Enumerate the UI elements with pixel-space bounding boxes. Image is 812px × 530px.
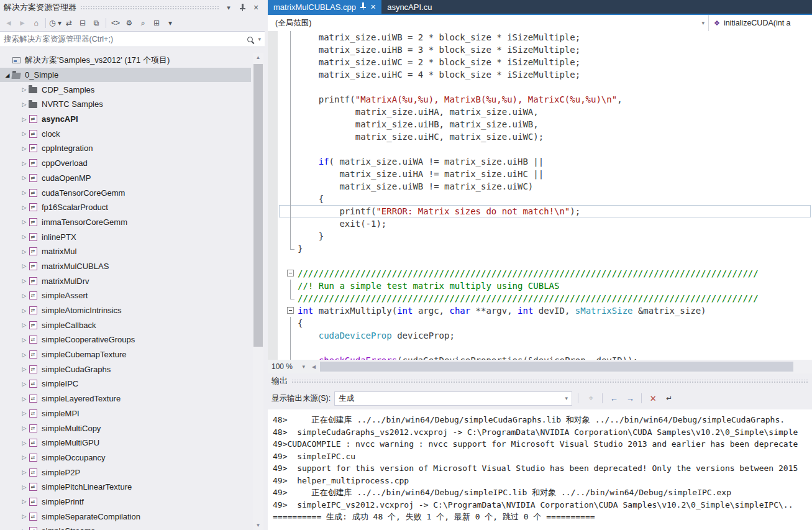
properties-pages-icon[interactable]: ⧉ (90, 17, 103, 29)
collapse-region-icon[interactable] (286, 304, 295, 317)
window-position-icon[interactable]: ▾ (224, 2, 234, 12)
back-icon[interactable]: ◄ (2, 17, 15, 29)
tree-item-simplecubemaptexture[interactable]: ▷⇄simpleCubemapTexture (0, 347, 251, 362)
collapse-all-icon[interactable]: ⊟ (76, 17, 89, 29)
expand-arrow-icon[interactable]: ▷ (21, 308, 28, 314)
tree-item-matrixmul[interactable]: ▷⇄matrixMul (0, 244, 251, 259)
tree-item-immatensorcoregemm[interactable]: ▷⇄immaTensorCoreGemm (0, 215, 251, 230)
tree-item-matrixmuldrv[interactable]: ▷⇄matrixMulDrv (0, 273, 251, 288)
zoom-control[interactable]: 100 % ▾ (268, 360, 309, 373)
expand-arrow-icon[interactable]: ▷ (21, 116, 28, 122)
tree-item-cppintegration[interactable]: ▷⇄cppIntegration (0, 141, 251, 156)
collapse-region-icon[interactable] (286, 267, 295, 280)
tree-item-simpleprintf[interactable]: ▷⇄simplePrintf (0, 495, 251, 509)
expand-arrow-icon[interactable]: ▷ (21, 160, 28, 167)
expand-arrow-icon[interactable]: ▷ (21, 204, 28, 211)
scroll-down-icon[interactable]: ▼ (253, 521, 263, 530)
hscroll-left-icon[interactable]: ◀ (309, 360, 319, 373)
tree-item-simplelayeredtexture[interactable]: ▷⇄simpleLayeredTexture (0, 391, 251, 406)
search-input[interactable]: 搜索解决方案资源管理器(Ctrl+;) ▾ (0, 31, 265, 47)
tree-item-simpleoccupancy[interactable]: ▷⇄simpleOccupancy (0, 450, 251, 465)
tab-asyncapi[interactable]: asyncAPI.cu (381, 0, 437, 14)
properties-wrench-icon[interactable]: ⚙ (123, 17, 135, 29)
tree-item-simplemultigpu[interactable]: ▷⇄simpleMultiGPU (0, 436, 251, 450)
tree-item-clock[interactable]: ▷⇄clock (0, 126, 251, 141)
tree-item-simplecooperativegroups[interactable]: ▷⇄simpleCooperativeGroups (0, 332, 251, 347)
tree-scrollbar[interactable]: ▲ ▼ (253, 53, 263, 530)
tree-item-simpleseparatecompilation[interactable]: ▷⇄simpleSeparateCompilation (0, 509, 251, 524)
tree-item-simpleipc[interactable]: ▷⇄simpleIPC (0, 377, 251, 391)
expand-arrow-icon[interactable]: ▷ (21, 352, 28, 358)
expand-arrow-icon[interactable]: ▷ (21, 513, 28, 519)
expand-arrow-icon[interactable]: ▷ (21, 484, 28, 490)
tree-item-inlineptx[interactable]: ▷⇄inlinePTX (0, 229, 251, 244)
tree-item-matrixmulcublas[interactable]: ▷⇄matrixMulCUBLAS (0, 259, 251, 274)
collapse-arrow-icon[interactable]: ◢ (4, 72, 11, 78)
tree-item-cppoverload[interactable]: ▷⇄cppOverload (0, 156, 251, 171)
expand-arrow-icon[interactable]: ▷ (21, 86, 28, 93)
expand-arrow-icon[interactable]: ▷ (21, 130, 28, 137)
expand-arrow-icon[interactable]: ▷ (21, 410, 28, 416)
home-icon[interactable]: ⌂ (30, 17, 42, 29)
pending-changes-icon[interactable]: ◷ ▾ (49, 17, 62, 29)
scroll-up-icon[interactable]: ▲ (253, 53, 263, 62)
expand-arrow-icon[interactable]: ▷ (21, 234, 28, 240)
expand-arrow-icon[interactable]: ▷ (21, 396, 28, 402)
tree-item-fp16scalarproduct[interactable]: ▷⇄fp16ScalarProduct (0, 200, 251, 215)
expand-arrow-icon[interactable]: ▷ (21, 440, 28, 446)
close-icon[interactable]: ✕ (251, 2, 261, 12)
expand-arrow-icon[interactable]: ▷ (21, 145, 28, 152)
tree-item-simpleassert[interactable]: ▷⇄simpleAssert (0, 288, 251, 303)
clear-all-output-icon[interactable]: ✕ (646, 391, 660, 405)
scope-dropdown[interactable]: (全局范围) ▾ (268, 15, 709, 31)
previous-message-icon[interactable]: ← (607, 391, 621, 405)
tree-item-simplepitchlineartexture[interactable]: ▷⇄simplePitchLinearTexture (0, 480, 251, 495)
toggle-word-wrap-icon[interactable]: ↵ (662, 391, 676, 405)
search-options-caret-icon[interactable]: ▾ (258, 36, 261, 42)
code-editor-surface[interactable]: matrix_size.uiWB = 2 * block_size * iSiz… (268, 31, 812, 360)
expand-arrow-icon[interactable]: ▷ (21, 366, 28, 372)
tree-item-simplecallback[interactable]: ▷⇄simpleCallback (0, 318, 251, 332)
horizontal-scrollbar[interactable] (319, 360, 812, 373)
expand-arrow-icon[interactable]: ▷ (21, 469, 28, 475)
tab-close-icon[interactable]: ✕ (370, 3, 376, 11)
expand-arrow-icon[interactable]: ▷ (21, 454, 28, 460)
expand-arrow-icon[interactable]: ▷ (21, 101, 28, 107)
forward-icon[interactable]: ► (16, 17, 29, 29)
expand-arrow-icon[interactable]: ▷ (21, 337, 28, 343)
expand-arrow-icon[interactable]: ▷ (21, 263, 28, 269)
member-dropdown[interactable]: ❖ initializeCUDA(int a (709, 15, 812, 31)
tree-item-simpleatomicintrinsics[interactable]: ▷⇄simpleAtomicIntrinsics (0, 303, 251, 318)
expand-arrow-icon[interactable]: ▷ (21, 322, 28, 328)
expand-arrow-icon[interactable]: ▷ (21, 249, 28, 255)
tree-item--samples-vs2012-171-[interactable]: 解决方案'Samples_vs2012' (171 个项目) (0, 53, 251, 68)
expand-arrow-icon[interactable]: ▷ (21, 175, 28, 181)
sync-with-active-document-icon[interactable]: ⇄ (63, 17, 75, 29)
tree-scrollbar-thumb[interactable] (253, 64, 263, 347)
expand-arrow-icon[interactable]: ▷ (21, 278, 28, 284)
tree-item-cdp-samples[interactable]: ▷CDP_Samples (0, 82, 251, 97)
next-message-icon[interactable]: → (623, 391, 637, 405)
expand-arrow-icon[interactable]: ▷ (21, 425, 28, 431)
tree-item-simplemulticopy[interactable]: ▷⇄simpleMultiCopy (0, 421, 251, 436)
expand-arrow-icon[interactable]: ▷ (21, 293, 28, 299)
expand-arrow-icon[interactable]: ▷ (21, 190, 28, 196)
expand-arrow-icon[interactable]: ▷ (21, 381, 28, 387)
tree-item-simplestreams[interactable]: ▷⇄simpleStreams (0, 524, 251, 530)
tree-item-nvrtc-samples[interactable]: ▷NVRTC Samples (0, 97, 251, 112)
tree-item-cudaopenmp[interactable]: ▷⇄cudaOpenMP (0, 171, 251, 186)
show-all-files-icon[interactable]: <> (109, 17, 122, 29)
expand-arrow-icon[interactable]: ▷ (21, 498, 28, 505)
output-text-area[interactable]: 48> 正在创建库 ../../bin/win64/Debug/simpleCu… (268, 409, 812, 530)
horizontal-scrollbar-thumb[interactable] (320, 362, 793, 372)
class-view-icon[interactable]: ⊞ (150, 17, 163, 29)
tab-matrixmulcublas[interactable]: matrixMulCUBLAS.cpp ✕ (268, 0, 381, 14)
tree-item-simplecudagraphs[interactable]: ▷⇄simpleCudaGraphs (0, 362, 251, 377)
expand-arrow-icon[interactable]: ▷ (21, 219, 28, 225)
output-source-dropdown[interactable]: 生成 ▾ (334, 391, 572, 406)
tree-item-simplempi[interactable]: ▷⇄simpleMPI (0, 406, 251, 421)
pin-icon[interactable] (237, 2, 247, 12)
search-icon[interactable] (247, 37, 253, 42)
find-message-icon[interactable]: ⌖ (584, 391, 598, 405)
tree-item-cudatensorcoregemm[interactable]: ▷⇄cudaTensorCoreGemm (0, 185, 251, 200)
